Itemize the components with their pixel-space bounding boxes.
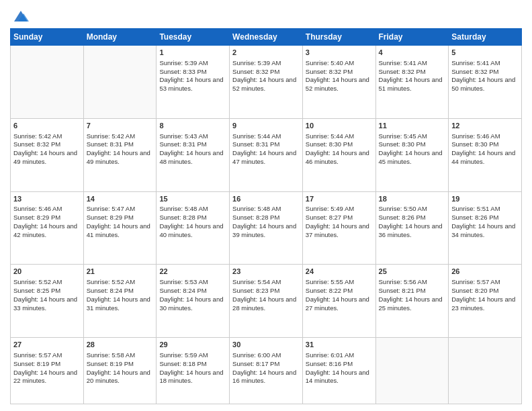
calendar-day-cell: 19Sunrise: 5:51 AMSunset: 8:26 PMDayligh… [449, 191, 522, 265]
calendar-day-cell: 13Sunrise: 5:46 AMSunset: 8:29 PMDayligh… [11, 191, 84, 265]
daylight-text: Daylight: 14 hours and 48 minutes. [159, 149, 226, 167]
calendar-day-cell [83, 46, 157, 119]
calendar-day-cell [375, 338, 449, 404]
daylight-text: Daylight: 14 hours and 46 minutes. [306, 149, 373, 167]
daylight-text: Daylight: 14 hours and 37 minutes. [306, 222, 373, 240]
day-number: 19 [451, 194, 519, 204]
sunset-text: Sunset: 8:31 PM [159, 140, 226, 149]
daylight-text: Daylight: 14 hours and 52 minutes. [306, 76, 373, 93]
sunset-text: Sunset: 8:32 PM [306, 68, 373, 77]
daylight-text: Daylight: 14 hours and 49 minutes. [87, 149, 154, 167]
daylight-text: Daylight: 14 hours and 39 minutes. [232, 222, 300, 240]
day-number: 17 [306, 194, 373, 204]
sunrise-text: Sunrise: 5:53 AM [159, 278, 226, 287]
sunset-text: Sunset: 8:27 PM [306, 214, 373, 222]
daylight-text: Daylight: 14 hours and 45 minutes. [379, 149, 446, 167]
sunset-text: Sunset: 8:28 PM [232, 214, 300, 222]
sunset-text: Sunset: 8:16 PM [306, 360, 373, 369]
daylight-text: Daylight: 14 hours and 20 minutes. [87, 369, 154, 386]
daylight-text: Daylight: 14 hours and 23 minutes. [451, 295, 519, 313]
sunset-text: Sunset: 8:32 PM [451, 68, 519, 77]
sunset-text: Sunset: 8:19 PM [87, 360, 154, 369]
day-number: 25 [379, 267, 446, 277]
calendar-day-cell: 25Sunrise: 5:56 AMSunset: 8:21 PMDayligh… [375, 265, 449, 338]
day-number: 9 [232, 121, 300, 131]
day-number: 13 [13, 194, 81, 204]
daylight-text: Daylight: 14 hours and 27 minutes. [306, 295, 373, 313]
sunset-text: Sunset: 8:28 PM [159, 214, 226, 222]
day-number: 14 [87, 194, 154, 204]
sunrise-text: Sunrise: 5:54 AM [232, 278, 300, 287]
calendar-day-cell: 2Sunrise: 5:39 AMSunset: 8:32 PMDaylight… [230, 46, 303, 119]
daylight-text: Daylight: 14 hours and 49 minutes. [13, 149, 81, 167]
calendar-day-cell: 11Sunrise: 5:45 AMSunset: 8:30 PMDayligh… [375, 118, 449, 191]
sunset-text: Sunset: 8:24 PM [159, 287, 226, 295]
day-number: 12 [451, 121, 519, 131]
sunrise-text: Sunrise: 6:00 AM [232, 351, 300, 360]
sunset-text: Sunset: 8:20 PM [451, 287, 519, 295]
calendar-day-cell: 7Sunrise: 5:42 AMSunset: 8:31 PMDaylight… [83, 118, 157, 191]
sunset-text: Sunset: 8:32 PM [13, 140, 81, 149]
sunset-text: Sunset: 8:33 PM [159, 68, 226, 77]
calendar-week-row: 13Sunrise: 5:46 AMSunset: 8:29 PMDayligh… [11, 191, 522, 265]
daylight-text: Daylight: 14 hours and 14 minutes. [306, 369, 373, 386]
calendar-day-cell: 18Sunrise: 5:50 AMSunset: 8:26 PMDayligh… [375, 191, 449, 265]
sunset-text: Sunset: 8:29 PM [13, 214, 81, 222]
header [10, 7, 522, 23]
calendar-day-cell: 22Sunrise: 5:53 AMSunset: 8:24 PMDayligh… [157, 265, 230, 338]
calendar-header-sunday: Sunday [11, 29, 84, 46]
sunrise-text: Sunrise: 5:39 AM [232, 59, 300, 68]
sunrise-text: Sunrise: 5:52 AM [13, 278, 81, 287]
sunset-text: Sunset: 8:26 PM [451, 214, 519, 222]
calendar-day-cell: 31Sunrise: 6:01 AMSunset: 8:16 PMDayligh… [302, 338, 375, 404]
day-number: 2 [232, 48, 300, 58]
sunset-text: Sunset: 8:25 PM [13, 287, 81, 295]
calendar-table: SundayMondayTuesdayWednesdayThursdayFrid… [10, 28, 522, 404]
sunrise-text: Sunrise: 5:41 AM [451, 59, 519, 68]
calendar-day-cell: 1Sunrise: 5:39 AMSunset: 8:33 PMDaylight… [157, 46, 230, 119]
calendar-header-friday: Friday [375, 29, 449, 46]
daylight-text: Daylight: 14 hours and 36 minutes. [379, 222, 446, 240]
calendar-week-row: 1Sunrise: 5:39 AMSunset: 8:33 PMDaylight… [11, 46, 522, 119]
calendar-day-cell: 24Sunrise: 5:55 AMSunset: 8:22 PMDayligh… [302, 265, 375, 338]
calendar-day-cell: 20Sunrise: 5:52 AMSunset: 8:25 PMDayligh… [11, 265, 84, 338]
calendar-day-cell: 14Sunrise: 5:47 AMSunset: 8:29 PMDayligh… [83, 191, 157, 265]
calendar-day-cell: 16Sunrise: 5:48 AMSunset: 8:28 PMDayligh… [230, 191, 303, 265]
calendar-day-cell: 28Sunrise: 5:58 AMSunset: 8:19 PMDayligh… [83, 338, 157, 404]
day-number: 5 [451, 48, 519, 58]
sunset-text: Sunset: 8:31 PM [232, 140, 300, 149]
sunrise-text: Sunrise: 5:55 AM [306, 278, 373, 287]
day-number: 28 [87, 340, 154, 350]
sunrise-text: Sunrise: 5:49 AM [306, 205, 373, 214]
calendar-day-cell: 12Sunrise: 5:46 AMSunset: 8:30 PMDayligh… [449, 118, 522, 191]
sunrise-text: Sunrise: 5:40 AM [306, 59, 373, 68]
calendar-day-cell: 8Sunrise: 5:43 AMSunset: 8:31 PMDaylight… [157, 118, 230, 191]
daylight-text: Daylight: 14 hours and 22 minutes. [13, 369, 81, 386]
logo [10, 7, 30, 23]
day-number: 18 [379, 194, 446, 204]
sunset-text: Sunset: 8:26 PM [379, 214, 446, 222]
day-number: 26 [451, 267, 519, 277]
sunset-text: Sunset: 8:30 PM [379, 140, 446, 149]
sunset-text: Sunset: 8:24 PM [87, 287, 154, 295]
sunrise-text: Sunrise: 5:46 AM [13, 205, 81, 214]
sunrise-text: Sunrise: 5:44 AM [232, 132, 300, 141]
calendar-day-cell: 26Sunrise: 5:57 AMSunset: 8:20 PMDayligh… [449, 265, 522, 338]
sunrise-text: Sunrise: 5:50 AM [379, 205, 446, 214]
sunset-text: Sunset: 8:29 PM [87, 214, 154, 222]
daylight-text: Daylight: 14 hours and 50 minutes. [451, 76, 519, 93]
calendar-header-monday: Monday [83, 29, 157, 46]
daylight-text: Daylight: 14 hours and 47 minutes. [232, 149, 300, 167]
calendar-day-cell: 30Sunrise: 6:00 AMSunset: 8:17 PMDayligh… [230, 338, 303, 404]
daylight-text: Daylight: 14 hours and 16 minutes. [232, 369, 300, 386]
calendar-week-row: 27Sunrise: 5:57 AMSunset: 8:19 PMDayligh… [11, 338, 522, 404]
calendar-day-cell: 17Sunrise: 5:49 AMSunset: 8:27 PMDayligh… [302, 191, 375, 265]
day-number: 11 [379, 121, 446, 131]
daylight-text: Daylight: 14 hours and 28 minutes. [232, 295, 300, 313]
sunset-text: Sunset: 8:32 PM [379, 68, 446, 77]
sunset-text: Sunset: 8:19 PM [13, 360, 81, 369]
day-number: 3 [306, 48, 373, 58]
day-number: 30 [232, 340, 300, 350]
sunrise-text: Sunrise: 5:43 AM [159, 132, 226, 141]
sunrise-text: Sunrise: 5:56 AM [379, 278, 446, 287]
